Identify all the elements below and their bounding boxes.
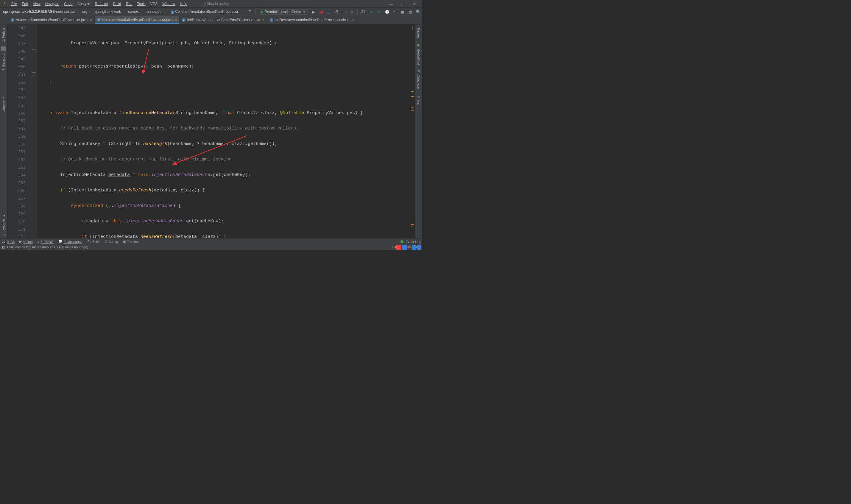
toolwin-todo[interactable]: ≡ 6: TODO [37,240,54,244]
fold-toggle[interactable]: − [32,50,35,53]
toolwin-favorites[interactable]: 2: Favorites ★ [1,211,6,238]
attach-button[interactable]: ⋯ [342,10,347,14]
breadcrumb-pkg-org[interactable]: org [81,9,93,14]
tray-icon[interactable] [417,245,421,250]
toolwin-project[interactable]: 1: Project [1,25,6,44]
toolwin-structure[interactable]: 7: Structure [1,51,6,73]
status-left-icon[interactable]: ◧ [2,245,5,249]
back-arrow-icon[interactable]: ↘ [246,8,254,16]
code-line: // Fall back to class name as cache key,… [39,125,415,132]
menu-navigate[interactable]: Navigate [43,2,62,6]
menu-run[interactable]: Run [124,2,135,6]
toolwin-ant[interactable]: 🐜 Ant [416,92,421,107]
toolwin-build[interactable]: 🔨 Build [87,240,99,244]
warning-mark[interactable] [411,91,414,92]
menu-view[interactable]: View [30,2,43,6]
code-line: // Quick check on the concurrent map fir… [39,156,415,163]
git-commit-button[interactable]: ✔ [377,10,382,14]
tab-label: CommonAnnotationBeanPostProcessor.java [102,18,173,22]
coverage-button[interactable]: ⬚ [326,10,331,14]
profile-button[interactable]: ⏱ [334,10,339,14]
git-history-button[interactable]: 🕐 [385,10,390,14]
warning-mark[interactable] [411,96,414,97]
tab-label: AutowiredAnnotationBeanPostProcessor.jav… [16,18,88,22]
tray-ime-icon[interactable] [402,245,407,250]
event-badge-icon [400,240,403,243]
editor-tab[interactable]: cInitDestroyAnnotationBeanPostProcessor.… [267,16,357,24]
tray-sogou-icon[interactable] [396,245,401,250]
toolwin-commit[interactable]: Commit ✔ [1,93,6,114]
toolwin-terminal[interactable]: ▣ Terminal [123,240,139,244]
class-icon: c [97,18,101,21]
menu-refactor[interactable]: Refactor [93,2,111,6]
event-log-button[interactable]: Event Log [400,240,420,244]
search-button[interactable]: 🔍 [416,10,420,14]
menu-tools[interactable]: Tools [135,2,148,6]
git-revert-button[interactable]: ↶ [393,10,397,14]
window-maximize-button[interactable]: ▢ [397,1,409,6]
editor-area: 345 346 347 348 349 350 351 352 353 354 … [8,24,415,239]
line-number-gutter[interactable]: 345 346 347 348 349 350 351 352 353 354 … [8,24,30,239]
run-config-selector[interactable]: ▶BeanInitializationDemo▼ [259,9,308,15]
code-line: } [39,78,415,86]
debug-button[interactable]: 🐞 [319,10,323,14]
toolwin-maven[interactable]: Maven [416,25,421,40]
warning-mark[interactable] [411,110,414,111]
close-tab-icon[interactable]: × [90,18,92,22]
fold-toggle[interactable]: − [32,72,35,76]
system-tray: 中 [396,245,421,250]
toolwin-run[interactable]: ▶ 4: Run [19,240,33,244]
code-line: InjectionMetadata metadata = this.inject… [39,171,415,179]
breadcrumb-pkg-context[interactable]: context [127,9,146,14]
toolwin-restfultool[interactable]: ◉ RestfulTool [416,41,421,67]
editor-tab-active[interactable]: cCommonAnnotationBeanPostProcessor.java× [95,16,180,24]
close-tab-icon[interactable]: × [351,18,354,22]
class-icon: c [11,18,14,22]
project-name-label: thinking-in-spring [202,2,229,6]
code-line: private InjectionMetadata findResourceMe… [39,109,415,117]
error-stripe[interactable]: ! ——— [411,24,415,239]
error-stripe-error-icon: ! [411,25,414,33]
stop-button[interactable]: ■ [349,10,354,14]
run-config-icon: ▶ [261,10,264,14]
tool-folder-icon[interactable] [1,47,6,51]
window-close-button[interactable]: ✕ [409,1,420,6]
window-minimize-button[interactable]: — [385,1,397,6]
app-logo [2,1,7,6]
code-editor[interactable]: PropertyValues pvs, PropertyDescriptor[]… [37,24,415,239]
menu-help[interactable]: Help [178,2,190,6]
menu-code[interactable]: Code [62,2,75,6]
toolwin-messages[interactable]: 💬 0: Messages [58,240,82,244]
menubar: File Edit View Navigate Code Analyze Ref… [0,0,422,8]
menu-build[interactable]: Build [111,2,124,6]
menu-edit[interactable]: Edit [19,2,30,6]
close-tab-icon[interactable]: × [262,18,265,22]
breadcrumb-class[interactable]: c CommonAnnotationBeanPostProcessor [169,10,239,14]
git-update-button[interactable]: ✔ [369,10,374,14]
tray-text: 中 [408,245,411,250]
breadcrumb-pkg-springframework[interactable]: springframework [93,9,127,14]
status-message: Build completed successfully in 1 s 490 … [7,245,88,249]
menu-analyze[interactable]: Analyze [75,2,93,6]
fold-gutter[interactable]: − − [30,24,37,239]
toolwin-git[interactable]: ⎇ 9: Git [2,240,15,244]
left-tool-stripe: 1: Project 7: Structure Commit ✔ 2: Favo… [0,24,7,239]
editor-tab[interactable]: cInitDestroyAnnotationBeanPostProcessor.… [180,16,267,24]
breadcrumb-jar[interactable]: spring-context-5.2.2.RELEASE-sources.jar [2,9,81,14]
menu-vcs[interactable]: VCS [148,2,160,6]
class-icon: c [170,11,174,14]
ide-settings-button[interactable]: ▤ [408,10,413,14]
codewithme-button[interactable]: ▣ [400,10,405,14]
close-tab-icon[interactable]: × [175,18,177,22]
git-label: Git: [361,10,366,14]
menu-window[interactable]: Window [160,2,178,6]
editor-tab[interactable]: cAutowiredAnnotationBeanPostProcessor.ja… [8,16,95,24]
run-button[interactable]: ▶ [311,10,315,14]
class-icon: c [270,18,273,22]
toolwin-spring[interactable]: ⬡ Spring [105,240,118,244]
breadcrumb-pkg-annotation[interactable]: annotation [146,9,169,14]
warning-mark[interactable] [411,107,414,108]
menu-file[interactable]: File [9,2,19,6]
toolwin-database[interactable]: 🗄 Database [416,68,421,91]
tray-icon[interactable] [412,245,416,250]
